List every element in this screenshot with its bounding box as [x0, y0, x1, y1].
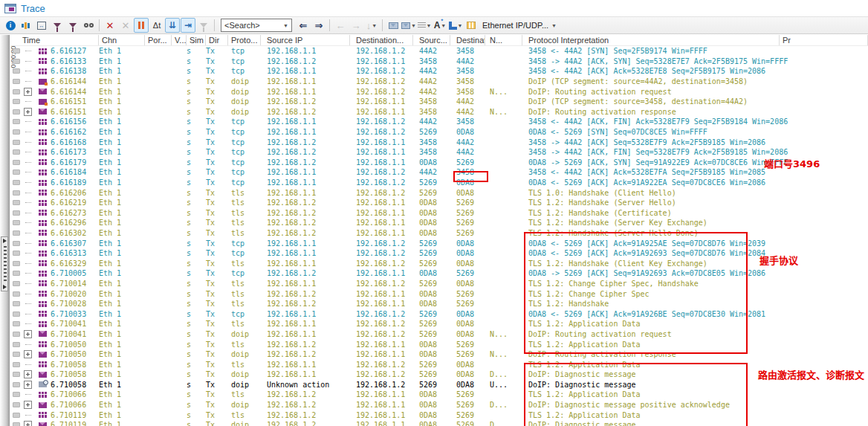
expand-toggle[interactable]	[24, 81, 39, 82]
protocol-filter-label[interactable]: Ethernet IP/UDP...	[482, 21, 548, 30]
column-header-source-port[interactable]: Sourc...	[413, 35, 450, 45]
delta-time-button[interactable]: Δt	[149, 18, 164, 33]
expand-toggle[interactable]	[24, 88, 39, 96]
expand-toggle[interactable]	[24, 330, 39, 338]
logging-options-icon[interactable]: ▼	[401, 18, 416, 33]
column-header-pr[interactable]: Pr	[780, 35, 868, 45]
trace-row[interactable]: 6.616138 Eth 1 s Tx tcp 192.168.1.1 192.…	[10, 66, 868, 77]
expand-toggle[interactable]	[24, 213, 39, 213]
column-header-destination-ip[interactable]: Destination...	[350, 35, 413, 45]
detail-view-icon[interactable]: ▼	[417, 18, 432, 33]
text-options-icon[interactable]: A▼	[433, 18, 447, 33]
expand-toggle[interactable]	[24, 283, 39, 284]
trace-row[interactable]: 6.710058 Eth 1 s Tx doip Unknown action …	[10, 380, 868, 390]
trace-row[interactable]: 6.616219 Eth 1 s Tx tls 192.168.1.2 192.…	[10, 198, 868, 208]
expand-toggle[interactable]	[24, 303, 39, 304]
expand-toggle[interactable]	[24, 152, 39, 152]
expand-toggle[interactable]	[24, 222, 39, 223]
expand-toggle[interactable]	[24, 101, 39, 102]
expand-toggle[interactable]	[24, 132, 39, 132]
expand-toggle[interactable]	[24, 51, 39, 51]
expand-toggle[interactable]	[24, 233, 39, 233]
trace-row[interactable]: 6.616302 Eth 1 s Tx tls 192.168.1.2 192.…	[10, 228, 868, 239]
autoscroll-icon[interactable]: ⇊	[165, 18, 180, 33]
column-header-chn[interactable]: Chn	[99, 35, 145, 45]
expand-toggle[interactable]	[24, 202, 39, 203]
scrollbar-grip[interactable]	[4, 246, 7, 282]
trace-row[interactable]: 6.710066 Eth 1 s Tx tls 192.168.1.2 192.…	[10, 390, 868, 400]
expand-toggle[interactable]	[24, 71, 39, 71]
expand-toggle[interactable]	[24, 253, 39, 254]
expand-toggle[interactable]	[24, 193, 39, 193]
column-header-sim[interactable]: Sim	[187, 35, 206, 45]
search-previous-icon[interactable]: ⇐	[296, 18, 311, 33]
expand-toggle[interactable]	[24, 421, 39, 426]
expand-toggle[interactable]	[24, 243, 39, 244]
trace-row[interactable]: 6.710041 Eth 1 s Tx tls 192.168.1.1 192.…	[10, 319, 868, 329]
scrollbar-handle[interactable]	[1, 236, 8, 291]
column-header-v[interactable]: V...	[172, 35, 187, 45]
expand-toggle[interactable]	[24, 182, 39, 183]
column-header-protocol-interpretation[interactable]: Protocol Interpretation	[522, 35, 780, 45]
trace-row[interactable]: 6.616184 Eth 1 s Tx tcp 192.168.1.1 192.…	[10, 167, 868, 178]
chevron-down-icon[interactable]: ▼	[551, 23, 557, 28]
trace-row[interactable]: 6.616307 Eth 1 s Tx tcp 192.168.1.1 192.…	[10, 238, 868, 248]
trace-row[interactable]: 6.710014 Eth 1 s Tx tls 192.168.1.1 192.…	[10, 279, 868, 289]
expand-toggle[interactable]	[24, 273, 39, 274]
expand-toggle[interactable]	[24, 401, 39, 409]
expand-toggle[interactable]	[24, 394, 39, 395]
logging-icon[interactable]	[386, 18, 401, 33]
column-header-name[interactable]: N...	[485, 35, 522, 45]
filter-envelope-icon[interactable]	[50, 18, 65, 33]
pause-icon[interactable]	[134, 18, 149, 33]
expand-window-icon[interactable]: ↔	[34, 18, 49, 33]
trace-row[interactable]: 6.616127 Eth 1 s Tx tcp 192.168.1.1 192.…	[10, 46, 868, 57]
trace-row[interactable]: 6.616168 Eth 1 s Tx tcp 192.168.1.2 192.…	[10, 137, 868, 147]
trace-row[interactable]: 6.710050 Eth 1 s Tx doip 192.168.1.2 192…	[10, 349, 868, 360]
trace-row[interactable]: 6.616179 Eth 1 s Tx tcp 192.168.1.2 192.…	[10, 158, 868, 168]
expand-toggle[interactable]	[24, 121, 39, 122]
trace-row[interactable]: 6.616273 Eth 1 s Tx tls 192.168.1.2 192.…	[10, 208, 868, 219]
expand-toggle[interactable]	[24, 381, 39, 389]
expand-toggle[interactable]	[24, 370, 39, 378]
column-header-dir[interactable]: Dir	[206, 35, 228, 45]
expand-toggle[interactable]	[24, 172, 39, 172]
trace-row[interactable]: 6.710020 Eth 1 s Tx tls 192.168.1.2 192.…	[10, 288, 868, 299]
trace-row[interactable]: 6.616329 Eth 1 s Tx tls 192.168.1.1 192.…	[10, 258, 868, 268]
trace-row[interactable]: 6.616151 Eth 1 s Tx doip 192.168.1.2 192…	[10, 107, 868, 117]
find-icon[interactable]	[81, 18, 96, 33]
expand-toggle[interactable]	[24, 263, 39, 264]
expand-toggle[interactable]	[24, 314, 39, 314]
trace-row[interactable]: 6.616151 Eth 1 s Tx doip 192.168.1.2 192…	[10, 97, 868, 107]
expand-toggle[interactable]	[24, 108, 39, 116]
expand-toggle[interactable]	[24, 294, 39, 294]
trace-row[interactable]: 6.616206 Eth 1 s Tx tls 192.168.1.1 192.…	[10, 187, 868, 198]
statistics-icon[interactable]	[19, 18, 33, 33]
expand-toggle[interactable]	[24, 415, 39, 416]
layout-icon[interactable]: ▼	[448, 18, 463, 33]
trace-row[interactable]: 6.710066 Eth 1 s Tx doip 192.168.1.2 192…	[10, 400, 868, 410]
filter-envelope-remove-icon[interactable]	[65, 18, 80, 33]
expand-toggle[interactable]	[24, 344, 39, 345]
info-icon[interactable]: i	[3, 18, 18, 33]
trace-row[interactable]: 6.616313 Eth 1 s Tx tcp 192.168.1.1 192.…	[10, 248, 868, 259]
trace-row[interactable]: 6.710119 Eth 1 s Tx doip 192.168.1.2 192…	[10, 420, 868, 426]
trace-row[interactable]: 6.616162 Eth 1 s Tx tcp 192.168.1.1 192.…	[10, 127, 868, 138]
expand-toggle[interactable]	[24, 350, 39, 358]
column-header-protocol[interactable]: Proto...	[228, 35, 261, 45]
fix-track-icon[interactable]: ⇥	[181, 18, 195, 33]
trace-row[interactable]: 6.710041 Eth 1 s Tx doip 192.168.1.1 192…	[10, 329, 868, 340]
expand-toggle[interactable]	[24, 162, 39, 163]
trace-row[interactable]: 6.616144 Eth 1 s Tx doip 192.168.1.1 192…	[10, 77, 868, 87]
trace-row[interactable]: 6.710119 Eth 1 s Tx tls 192.168.1.2 192.…	[10, 410, 868, 420]
trace-row[interactable]: 6.616144 Eth 1 s Tx doip 192.168.1.1 192…	[10, 86, 868, 97]
trace-row[interactable]: 6.710028 Eth 1 s Tx tls 192.168.1.2 192.…	[10, 299, 868, 309]
column-config-icon[interactable]	[464, 18, 479, 33]
column-header-source-ip[interactable]: Source IP	[261, 35, 350, 45]
trace-row[interactable]: 6.616296 Eth 1 s Tx tls 192.168.1.2 192.…	[10, 218, 868, 228]
column-header-destination-port[interactable]: Destinati...	[450, 35, 485, 45]
clear-icon[interactable]: ✕	[103, 18, 117, 33]
chevron-down-icon[interactable]: ▼	[283, 23, 288, 28]
column-header-time[interactable]: Time	[10, 35, 99, 45]
column-header-port[interactable]: Por...	[145, 35, 172, 45]
